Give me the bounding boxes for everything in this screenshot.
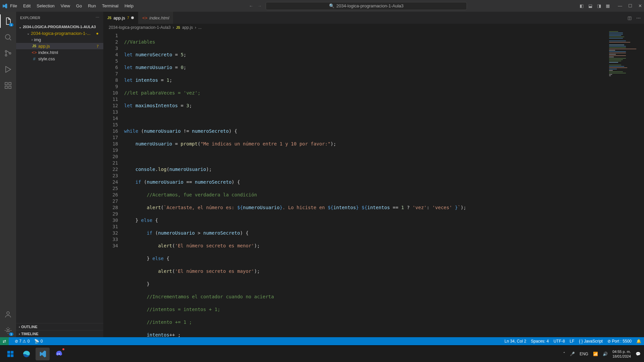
status-indentation[interactable]: Spaces: 4	[531, 339, 549, 344]
svg-point-16	[59, 353, 60, 354]
status-eol[interactable]: LF	[570, 339, 574, 344]
window-close-icon[interactable]: ✕	[638, 3, 642, 8]
taskbar-notifications-icon[interactable]: 💬	[636, 352, 641, 356]
folder-img[interactable]: img	[16, 37, 103, 43]
svg-rect-12	[7, 354, 10, 357]
menu-edit[interactable]: Edit	[20, 2, 33, 10]
html-file-icon: <>	[142, 15, 147, 20]
taskbar-mic-icon[interactable]: 🎤	[570, 352, 575, 356]
chevron-down-icon	[19, 25, 21, 29]
taskbar-language[interactable]: ENG	[580, 352, 588, 356]
menu-file[interactable]: File	[7, 2, 20, 10]
css-file-icon: #	[32, 56, 37, 61]
menu-view[interactable]: View	[58, 2, 73, 10]
split-editor-icon[interactable]: ◫	[628, 15, 632, 20]
editor-group: JS app.js 7 <> index.html ◫ ⋯ 2034-logic…	[103, 12, 644, 337]
taskbar-clock[interactable]: 04:55 p. m. 18/01/2024	[612, 349, 631, 359]
layout-customize-icon[interactable]: ▦	[606, 3, 610, 8]
activity-run-debug-icon[interactable]	[0, 63, 16, 76]
activity-bar: 1 1	[0, 12, 16, 337]
activity-search-icon[interactable]	[0, 31, 16, 44]
sidebar-more-icon[interactable]: ⋯	[96, 15, 99, 20]
status-encoding[interactable]: UTF-8	[553, 339, 565, 344]
svg-rect-6	[9, 86, 11, 88]
layout-toggle-left-icon[interactable]: ◧	[580, 3, 584, 8]
activity-settings-icon[interactable]: 1	[0, 324, 16, 337]
settings-badge: 1	[9, 333, 13, 336]
layout-toggle-bottom-icon[interactable]: ⬓	[588, 3, 592, 8]
svg-rect-7	[9, 82, 11, 85]
taskbar-wifi-icon[interactable]: 📶	[593, 352, 598, 356]
menu-go[interactable]: Go	[73, 2, 85, 10]
layout-toggle-right-icon[interactable]: ◨	[597, 3, 601, 8]
file-tree: 2034-logica-programacion-1-... ● img JS …	[16, 30, 103, 323]
folder-root[interactable]: 2034-logica-programacion-1-... ●	[16, 30, 103, 37]
tab-app-js[interactable]: JS app.js 7	[103, 12, 138, 24]
tab-index-html[interactable]: <> index.html	[138, 12, 173, 24]
file-index-html[interactable]: <> index.html	[16, 49, 103, 56]
vscode-logo-icon	[2, 3, 7, 9]
file-app-js[interactable]: JS app.js 7	[16, 43, 103, 49]
activity-explorer-icon[interactable]: 1	[0, 14, 16, 28]
radio-icon: 📡	[34, 339, 39, 344]
timeline-section[interactable]: TIMELINE	[16, 330, 103, 337]
line-numbers: 1234567891011121314151617181920212223242…	[103, 31, 124, 337]
taskbar-vscode-icon[interactable]	[36, 348, 50, 360]
status-live-server[interactable]: ⊘ Port : 5500	[607, 339, 632, 344]
remote-icon: ⇄	[3, 339, 6, 344]
search-icon: 🔍	[329, 3, 334, 8]
svg-point-9	[7, 329, 9, 331]
chevron-down-icon	[27, 32, 30, 35]
remote-indicator[interactable]: ⇄	[0, 337, 9, 345]
more-actions-icon[interactable]: ⋯	[636, 15, 641, 20]
chevron-right-icon: ›	[195, 25, 196, 30]
js-file-icon: JS	[107, 16, 111, 20]
minimap[interactable]	[609, 31, 639, 71]
menu-selection[interactable]: Selection	[34, 2, 57, 10]
activity-source-control-icon[interactable]	[0, 47, 16, 60]
menu-help[interactable]: Help	[122, 2, 136, 10]
chevron-right-icon	[19, 325, 20, 329]
svg-rect-13	[11, 354, 13, 357]
outline-section[interactable]: OUTLINE	[16, 323, 103, 330]
taskbar-volume-icon[interactable]: 🔊	[603, 352, 608, 356]
taskbar-edge-icon[interactable]	[19, 348, 34, 360]
svg-point-1	[5, 51, 7, 52]
html-file-icon: <>	[32, 50, 37, 55]
status-language[interactable]: { } JavaScript	[579, 339, 603, 344]
breadcrumb[interactable]: 2034-logica-programacion-1-Aula3 › JS ap…	[103, 24, 644, 31]
status-notifications-icon[interactable]: 🔔	[636, 339, 641, 344]
window-minimize-icon[interactable]: —	[618, 3, 622, 8]
command-center[interactable]: 🔍 2034-logica-programacion-1-Aula3	[266, 2, 467, 10]
menu-run[interactable]: Run	[85, 2, 99, 10]
status-problems[interactable]: ⊘ 7 ⚠ 0	[15, 339, 30, 344]
warning-icon: ⚠	[22, 339, 26, 344]
status-bar: ⇄ ⊘ 7 ⚠ 0 📡 0 Ln 34, Col 2 Spaces: 4 UTF…	[0, 337, 644, 345]
activity-extensions-icon[interactable]	[0, 79, 16, 92]
svg-rect-5	[5, 86, 7, 88]
file-style-css[interactable]: # style.css	[16, 56, 103, 62]
taskbar-chevron-up-icon[interactable]: ˄	[563, 352, 565, 356]
sidebar-section[interactable]: 2034-LOGICA-PROGRAMACION-1-AULA3	[16, 23, 103, 30]
nav-back-icon[interactable]: ←	[249, 3, 253, 8]
editor-tabs: JS app.js 7 <> index.html ◫ ⋯	[103, 12, 644, 24]
status-cursor-position[interactable]: Ln 34, Col 2	[504, 339, 526, 344]
taskbar-discord-icon[interactable]	[52, 348, 66, 360]
js-file-icon: JS	[176, 26, 180, 29]
sidebar: EXPLORER ⋯ 2034-LOGICA-PROGRAMACION-1-AU…	[16, 12, 103, 337]
chevron-right-icon	[32, 38, 33, 42]
code-content[interactable]: //Variables let numeroSecreto = 5; let n…	[124, 31, 644, 337]
modified-dot-icon: ●	[96, 31, 101, 36]
activity-account-icon[interactable]	[0, 308, 16, 321]
nav-forward-icon[interactable]: →	[257, 3, 262, 8]
taskbar-start-button[interactable]	[3, 348, 17, 360]
svg-rect-11	[11, 351, 13, 353]
svg-point-8	[7, 312, 9, 314]
svg-rect-4	[5, 82, 7, 85]
window-maximize-icon[interactable]: ☐	[628, 3, 632, 8]
menu-terminal[interactable]: Terminal	[99, 2, 121, 10]
code-editor[interactable]: 1234567891011121314151617181920212223242…	[103, 31, 644, 337]
status-ports[interactable]: 📡 0	[34, 339, 43, 344]
chevron-right-icon: ›	[173, 25, 174, 30]
file-warning-count: 7	[97, 44, 101, 48]
